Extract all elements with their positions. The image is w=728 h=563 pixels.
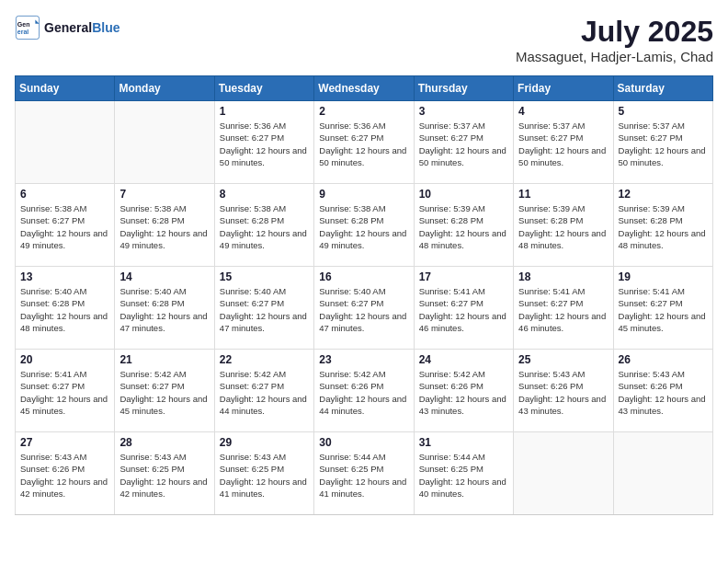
calendar-cell [16, 101, 115, 184]
day-info: Sunrise: 5:37 AM Sunset: 6:27 PM Dayligh… [518, 120, 608, 168]
day-number: 31 [419, 436, 508, 449]
logo-general: General [44, 20, 92, 35]
title-block: July 2025 Massaguet, Hadjer-Lamis, Chad [516, 15, 713, 64]
weekday-header-tuesday: Tuesday [214, 76, 313, 101]
calendar-cell: 1Sunrise: 5:36 AM Sunset: 6:27 PM Daylig… [214, 101, 313, 184]
day-info: Sunrise: 5:41 AM Sunset: 6:27 PM Dayligh… [619, 285, 708, 334]
calendar-cell: 17Sunrise: 5:41 AM Sunset: 6:27 PM Dayli… [414, 267, 513, 350]
calendar-cell: 20Sunrise: 5:41 AM Sunset: 6:27 PM Dayli… [16, 350, 115, 432]
weekday-header-monday: Monday [115, 76, 214, 101]
day-info: Sunrise: 5:42 AM Sunset: 6:26 PM Dayligh… [319, 368, 408, 417]
day-info: Sunrise: 5:41 AM Sunset: 6:27 PM Dayligh… [518, 285, 608, 334]
calendar-cell: 13Sunrise: 5:40 AM Sunset: 6:28 PM Dayli… [16, 267, 115, 350]
day-number: 1 [220, 105, 309, 118]
day-info: Sunrise: 5:43 AM Sunset: 6:26 PM Dayligh… [619, 368, 708, 417]
weekday-header-friday: Friday [514, 76, 613, 101]
day-number: 7 [119, 188, 209, 201]
day-number: 11 [518, 188, 608, 201]
day-info: Sunrise: 5:36 AM Sunset: 6:27 PM Dayligh… [220, 120, 309, 168]
logo-icon: Gen eral [15, 15, 40, 40]
day-info: Sunrise: 5:42 AM Sunset: 6:27 PM Dayligh… [119, 368, 209, 417]
day-number: 18 [518, 270, 608, 283]
day-info: Sunrise: 5:44 AM Sunset: 6:25 PM Dayligh… [319, 451, 408, 500]
calendar-cell: 7Sunrise: 5:38 AM Sunset: 6:28 PM Daylig… [115, 184, 214, 267]
day-info: Sunrise: 5:42 AM Sunset: 6:27 PM Dayligh… [220, 368, 309, 417]
calendar-cell: 21Sunrise: 5:42 AM Sunset: 6:27 PM Dayli… [115, 350, 214, 432]
calendar-cell: 4Sunrise: 5:37 AM Sunset: 6:27 PM Daylig… [514, 101, 613, 184]
calendar-cell: 23Sunrise: 5:42 AM Sunset: 6:26 PM Dayli… [314, 350, 414, 432]
day-number: 29 [220, 436, 309, 449]
location: Massaguet, Hadjer-Lamis, Chad [516, 49, 713, 64]
week-row-2: 6Sunrise: 5:38 AM Sunset: 6:27 PM Daylig… [16, 184, 713, 267]
day-number: 8 [220, 188, 309, 201]
calendar-cell: 25Sunrise: 5:43 AM Sunset: 6:26 PM Dayli… [514, 350, 613, 432]
calendar-cell: 31Sunrise: 5:44 AM Sunset: 6:25 PM Dayli… [414, 432, 513, 515]
weekday-header-row: SundayMondayTuesdayWednesdayThursdayFrid… [16, 76, 713, 101]
calendar-cell: 16Sunrise: 5:40 AM Sunset: 6:27 PM Dayli… [314, 267, 414, 350]
svg-rect-0 [16, 16, 39, 39]
calendar-cell [613, 432, 712, 515]
day-info: Sunrise: 5:40 AM Sunset: 6:27 PM Dayligh… [319, 285, 408, 334]
calendar-cell: 19Sunrise: 5:41 AM Sunset: 6:27 PM Dayli… [613, 267, 712, 350]
day-number: 24 [419, 353, 508, 366]
weekday-header-thursday: Thursday [414, 76, 513, 101]
day-number: 23 [319, 353, 408, 366]
day-info: Sunrise: 5:43 AM Sunset: 6:26 PM Dayligh… [20, 451, 109, 500]
day-info: Sunrise: 5:40 AM Sunset: 6:28 PM Dayligh… [119, 285, 209, 334]
calendar-cell: 12Sunrise: 5:39 AM Sunset: 6:28 PM Dayli… [613, 184, 712, 267]
calendar-cell: 28Sunrise: 5:43 AM Sunset: 6:25 PM Dayli… [115, 432, 214, 515]
day-info: Sunrise: 5:39 AM Sunset: 6:28 PM Dayligh… [518, 202, 608, 251]
calendar-cell [514, 432, 613, 515]
day-info: Sunrise: 5:42 AM Sunset: 6:26 PM Dayligh… [419, 368, 508, 417]
week-row-4: 20Sunrise: 5:41 AM Sunset: 6:27 PM Dayli… [16, 350, 713, 432]
calendar-cell: 2Sunrise: 5:36 AM Sunset: 6:27 PM Daylig… [314, 101, 414, 184]
calendar-table: SundayMondayTuesdayWednesdayThursdayFrid… [15, 75, 713, 515]
weekday-header-saturday: Saturday [613, 76, 712, 101]
calendar-cell: 5Sunrise: 5:37 AM Sunset: 6:27 PM Daylig… [613, 101, 712, 184]
logo: Gen eral GeneralBlue [15, 15, 119, 40]
day-number: 27 [20, 436, 109, 449]
day-number: 10 [419, 188, 508, 201]
calendar-cell: 9Sunrise: 5:38 AM Sunset: 6:28 PM Daylig… [314, 184, 414, 267]
calendar-cell: 18Sunrise: 5:41 AM Sunset: 6:27 PM Dayli… [514, 267, 613, 350]
calendar-cell: 29Sunrise: 5:43 AM Sunset: 6:25 PM Dayli… [214, 432, 313, 515]
day-number: 14 [119, 270, 209, 283]
day-number: 22 [220, 353, 309, 366]
day-info: Sunrise: 5:43 AM Sunset: 6:25 PM Dayligh… [220, 451, 309, 500]
day-number: 9 [319, 188, 408, 201]
day-number: 20 [20, 353, 109, 366]
day-number: 19 [619, 270, 708, 283]
day-info: Sunrise: 5:40 AM Sunset: 6:28 PM Dayligh… [20, 285, 109, 334]
day-number: 12 [619, 188, 708, 201]
day-number: 21 [119, 353, 209, 366]
day-info: Sunrise: 5:41 AM Sunset: 6:27 PM Dayligh… [419, 285, 508, 334]
calendar-cell: 15Sunrise: 5:40 AM Sunset: 6:27 PM Dayli… [214, 267, 313, 350]
week-row-3: 13Sunrise: 5:40 AM Sunset: 6:28 PM Dayli… [16, 267, 713, 350]
day-number: 30 [319, 436, 408, 449]
day-number: 2 [319, 105, 408, 118]
calendar-cell: 10Sunrise: 5:39 AM Sunset: 6:28 PM Dayli… [414, 184, 513, 267]
day-info: Sunrise: 5:43 AM Sunset: 6:26 PM Dayligh… [518, 368, 608, 417]
day-info: Sunrise: 5:39 AM Sunset: 6:28 PM Dayligh… [419, 202, 508, 251]
calendar-cell: 24Sunrise: 5:42 AM Sunset: 6:26 PM Dayli… [414, 350, 513, 432]
calendar-cell: 30Sunrise: 5:44 AM Sunset: 6:25 PM Dayli… [314, 432, 414, 515]
day-info: Sunrise: 5:43 AM Sunset: 6:25 PM Dayligh… [119, 451, 209, 500]
day-info: Sunrise: 5:36 AM Sunset: 6:27 PM Dayligh… [319, 120, 408, 168]
day-number: 5 [619, 105, 708, 118]
day-info: Sunrise: 5:37 AM Sunset: 6:27 PM Dayligh… [419, 120, 508, 168]
calendar-cell: 6Sunrise: 5:38 AM Sunset: 6:27 PM Daylig… [16, 184, 115, 267]
day-info: Sunrise: 5:38 AM Sunset: 6:28 PM Dayligh… [220, 202, 309, 251]
calendar-cell: 14Sunrise: 5:40 AM Sunset: 6:28 PM Dayli… [115, 267, 214, 350]
logo-blue: Blue [92, 20, 119, 35]
week-row-1: 1Sunrise: 5:36 AM Sunset: 6:27 PM Daylig… [16, 101, 713, 184]
calendar-cell: 27Sunrise: 5:43 AM Sunset: 6:26 PM Dayli… [16, 432, 115, 515]
week-row-5: 27Sunrise: 5:43 AM Sunset: 6:26 PM Dayli… [16, 432, 713, 515]
day-info: Sunrise: 5:40 AM Sunset: 6:27 PM Dayligh… [220, 285, 309, 334]
calendar-cell: 22Sunrise: 5:42 AM Sunset: 6:27 PM Dayli… [214, 350, 313, 432]
svg-text:eral: eral [17, 29, 29, 35]
day-info: Sunrise: 5:38 AM Sunset: 6:28 PM Dayligh… [319, 202, 408, 251]
day-number: 16 [319, 270, 408, 283]
calendar-cell: 3Sunrise: 5:37 AM Sunset: 6:27 PM Daylig… [414, 101, 513, 184]
calendar-cell: 8Sunrise: 5:38 AM Sunset: 6:28 PM Daylig… [214, 184, 313, 267]
day-number: 4 [518, 105, 608, 118]
